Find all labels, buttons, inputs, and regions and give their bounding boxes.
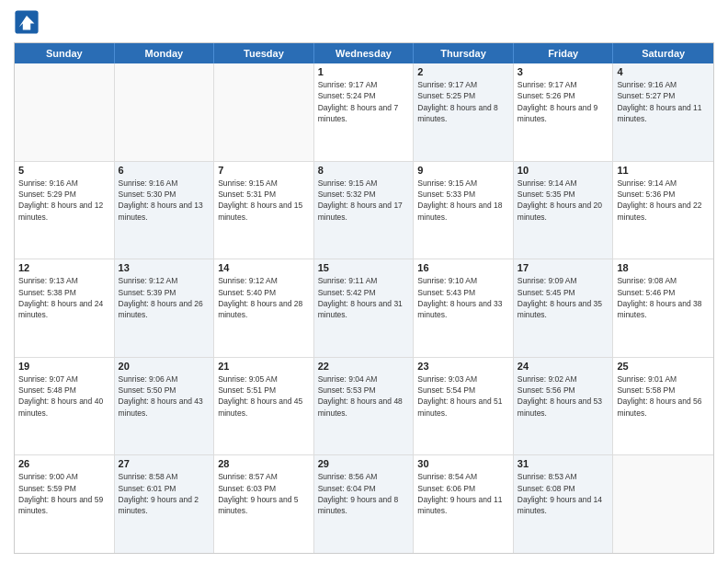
cell-info: Sunrise: 9:04 AM Sunset: 5:53 PM Dayligh… [318, 373, 410, 419]
cal-cell-empty [613, 455, 713, 553]
day-number: 13 [119, 262, 210, 273]
cell-info: Sunrise: 9:15 AM Sunset: 5:31 PM Dayligh… [218, 178, 310, 223]
cell-info: Sunrise: 9:15 AM Sunset: 5:33 PM Dayligh… [417, 178, 509, 223]
cal-cell-day-8: 8Sunrise: 9:15 AM Sunset: 5:32 PM Daylig… [314, 162, 415, 259]
day-number: 18 [617, 262, 710, 273]
day-number: 21 [218, 361, 310, 372]
cal-header-wednesday: Wednesday [314, 43, 415, 63]
cal-cell-day-11: 11Sunrise: 9:14 AM Sunset: 5:36 PM Dayli… [613, 162, 713, 259]
cal-header-saturday: Saturday [613, 43, 713, 63]
day-number: 16 [417, 262, 509, 273]
cal-cell-day-27: 27Sunrise: 8:58 AM Sunset: 6:01 PM Dayli… [115, 455, 215, 553]
day-number: 15 [318, 262, 410, 273]
cell-info: Sunrise: 9:11 AM Sunset: 5:42 PM Dayligh… [318, 275, 410, 320]
cal-week-4: 19Sunrise: 9:07 AM Sunset: 5:48 PM Dayli… [15, 358, 713, 456]
day-number: 8 [318, 165, 410, 176]
cal-cell-day-23: 23Sunrise: 9:03 AM Sunset: 5:54 PM Dayli… [414, 358, 514, 455]
cal-cell-day-13: 13Sunrise: 9:12 AM Sunset: 5:39 PM Dayli… [115, 259, 215, 357]
cal-cell-day-6: 6Sunrise: 9:16 AM Sunset: 5:30 PM Daylig… [115, 162, 215, 259]
cal-cell-day-17: 17Sunrise: 9:09 AM Sunset: 5:45 PM Dayli… [514, 259, 614, 357]
cell-info: Sunrise: 9:12 AM Sunset: 5:39 PM Dayligh… [119, 275, 210, 320]
day-number: 6 [119, 165, 210, 176]
cal-cell-day-25: 25Sunrise: 9:01 AM Sunset: 5:58 PM Dayli… [613, 358, 713, 455]
day-number: 19 [18, 361, 110, 372]
cell-info: Sunrise: 9:16 AM Sunset: 5:29 PM Dayligh… [18, 178, 110, 223]
day-number: 7 [218, 165, 310, 176]
calendar-header-row: SundayMondayTuesdayWednesdayThursdayFrid… [15, 43, 713, 63]
cal-header-thursday: Thursday [414, 43, 514, 63]
cal-cell-day-29: 29Sunrise: 8:56 AM Sunset: 6:04 PM Dayli… [314, 455, 415, 553]
cal-cell-day-22: 22Sunrise: 9:04 AM Sunset: 5:53 PM Dayli… [314, 358, 415, 455]
day-number: 5 [18, 165, 110, 176]
cell-info: Sunrise: 9:05 AM Sunset: 5:51 PM Dayligh… [218, 373, 310, 419]
day-number: 12 [18, 262, 110, 273]
day-number: 24 [518, 361, 609, 372]
cal-header-friday: Friday [514, 43, 614, 63]
cal-cell-empty [214, 63, 314, 161]
cal-cell-day-31: 31Sunrise: 8:53 AM Sunset: 6:08 PM Dayli… [514, 455, 614, 553]
cal-header-sunday: Sunday [15, 43, 115, 63]
cal-week-3: 12Sunrise: 9:13 AM Sunset: 5:38 PM Dayli… [15, 259, 713, 358]
cell-info: Sunrise: 9:01 AM Sunset: 5:58 PM Dayligh… [617, 373, 710, 419]
day-number: 22 [318, 361, 410, 372]
day-number: 4 [617, 66, 710, 77]
cell-info: Sunrise: 9:03 AM Sunset: 5:54 PM Dayligh… [417, 373, 509, 419]
cal-cell-empty [115, 63, 215, 161]
cal-header-monday: Monday [115, 43, 215, 63]
cal-cell-day-9: 9Sunrise: 9:15 AM Sunset: 5:33 PM Daylig… [414, 162, 514, 259]
cell-info: Sunrise: 9:07 AM Sunset: 5:48 PM Dayligh… [18, 373, 110, 419]
day-number: 17 [518, 262, 609, 273]
cal-cell-day-28: 28Sunrise: 8:57 AM Sunset: 6:03 PM Dayli… [214, 455, 314, 553]
day-number: 11 [617, 165, 710, 176]
cal-cell-day-16: 16Sunrise: 9:10 AM Sunset: 5:43 PM Dayli… [414, 259, 514, 357]
cell-info: Sunrise: 8:58 AM Sunset: 6:01 PM Dayligh… [119, 471, 210, 516]
cal-cell-day-1: 1Sunrise: 9:17 AM Sunset: 5:24 PM Daylig… [314, 63, 415, 161]
day-number: 9 [417, 165, 509, 176]
cell-info: Sunrise: 8:57 AM Sunset: 6:03 PM Dayligh… [218, 471, 310, 516]
cell-info: Sunrise: 9:10 AM Sunset: 5:43 PM Dayligh… [417, 275, 509, 320]
calendar-body: 1Sunrise: 9:17 AM Sunset: 5:24 PM Daylig… [15, 63, 713, 553]
day-number: 1 [318, 66, 410, 77]
cell-info: Sunrise: 9:00 AM Sunset: 5:59 PM Dayligh… [18, 471, 110, 516]
cell-info: Sunrise: 8:56 AM Sunset: 6:04 PM Dayligh… [318, 471, 410, 516]
cell-info: Sunrise: 9:13 AM Sunset: 5:38 PM Dayligh… [18, 275, 110, 320]
cell-info: Sunrise: 9:15 AM Sunset: 5:32 PM Dayligh… [318, 178, 410, 223]
cell-info: Sunrise: 9:16 AM Sunset: 5:30 PM Dayligh… [119, 178, 210, 223]
cal-cell-day-7: 7Sunrise: 9:15 AM Sunset: 5:31 PM Daylig… [214, 162, 314, 259]
cal-week-1: 1Sunrise: 9:17 AM Sunset: 5:24 PM Daylig… [15, 63, 713, 162]
cal-cell-day-3: 3Sunrise: 9:17 AM Sunset: 5:26 PM Daylig… [514, 63, 614, 161]
cal-cell-day-26: 26Sunrise: 9:00 AM Sunset: 5:59 PM Dayli… [15, 455, 115, 553]
cal-cell-day-18: 18Sunrise: 9:08 AM Sunset: 5:46 PM Dayli… [613, 259, 713, 357]
cal-cell-day-2: 2Sunrise: 9:17 AM Sunset: 5:25 PM Daylig… [414, 63, 514, 161]
day-number: 28 [218, 458, 310, 469]
logo-icon [14, 9, 40, 35]
calendar: SundayMondayTuesdayWednesdayThursdayFrid… [14, 42, 714, 554]
cal-cell-day-5: 5Sunrise: 9:16 AM Sunset: 5:29 PM Daylig… [15, 162, 115, 259]
cal-cell-day-24: 24Sunrise: 9:02 AM Sunset: 5:56 PM Dayli… [514, 358, 614, 455]
cal-week-2: 5Sunrise: 9:16 AM Sunset: 5:29 PM Daylig… [15, 162, 713, 260]
cell-info: Sunrise: 9:17 AM Sunset: 5:25 PM Dayligh… [417, 79, 509, 124]
day-number: 20 [119, 361, 210, 372]
cell-info: Sunrise: 9:08 AM Sunset: 5:46 PM Dayligh… [617, 275, 710, 320]
cell-info: Sunrise: 9:17 AM Sunset: 5:24 PM Dayligh… [318, 79, 410, 124]
day-number: 31 [518, 458, 609, 469]
cell-info: Sunrise: 9:09 AM Sunset: 5:45 PM Dayligh… [518, 275, 609, 320]
cal-cell-day-20: 20Sunrise: 9:06 AM Sunset: 5:50 PM Dayli… [115, 358, 215, 455]
cell-info: Sunrise: 9:14 AM Sunset: 5:35 PM Dayligh… [518, 178, 609, 223]
day-number: 29 [318, 458, 410, 469]
day-number: 27 [119, 458, 210, 469]
cell-info: Sunrise: 9:12 AM Sunset: 5:40 PM Dayligh… [218, 275, 310, 320]
day-number: 10 [518, 165, 609, 176]
day-number: 30 [417, 458, 509, 469]
cal-cell-day-4: 4Sunrise: 9:16 AM Sunset: 5:27 PM Daylig… [613, 63, 713, 161]
cal-cell-day-10: 10Sunrise: 9:14 AM Sunset: 5:35 PM Dayli… [514, 162, 614, 259]
cell-info: Sunrise: 9:17 AM Sunset: 5:26 PM Dayligh… [518, 79, 609, 124]
cal-cell-day-14: 14Sunrise: 9:12 AM Sunset: 5:40 PM Dayli… [214, 259, 314, 357]
cal-cell-empty [15, 63, 115, 161]
page-header [14, 9, 714, 35]
day-number: 26 [18, 458, 110, 469]
day-number: 14 [218, 262, 310, 273]
day-number: 25 [617, 361, 710, 372]
cal-cell-day-30: 30Sunrise: 8:54 AM Sunset: 6:06 PM Dayli… [414, 455, 514, 553]
day-number: 2 [417, 66, 509, 77]
